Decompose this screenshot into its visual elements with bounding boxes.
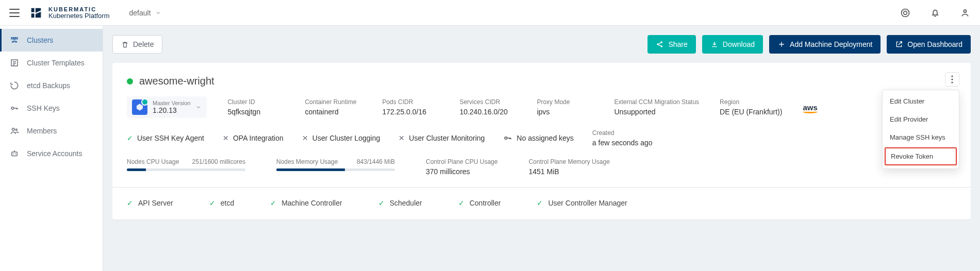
check-icon: ✓ [209, 199, 215, 207]
assigned-keys[interactable]: No assigned keys [503, 133, 574, 143]
sidebar-item-etcd-backups[interactable]: etcd Backups [0, 74, 103, 97]
svg-marker-16 [137, 104, 143, 110]
sidebar-item-label: Cluster Templates [27, 59, 85, 67]
sidebar-item-label: Service Accounts [27, 149, 82, 158]
key-icon [9, 104, 20, 113]
svg-rect-7 [12, 152, 18, 156]
cluster-id: Cluster ID5qfksqjtgn [227, 98, 284, 116]
health-api-server: ✓API Server [127, 199, 173, 207]
check-icon: ✓ [127, 199, 133, 207]
flag-logging: ✕User Cluster Logging [302, 134, 380, 142]
svg-point-2 [964, 10, 967, 12]
clusters-icon [9, 36, 20, 45]
container-runtime: Container Runtimecontainerd [305, 98, 361, 116]
menu-revoke-token[interactable]: Revoke Token [885, 147, 957, 165]
download-button[interactable]: Download [702, 35, 763, 54]
kubermatic-icon [29, 6, 43, 20]
add-machine-deployment-button[interactable]: Add Machine Deployment [769, 35, 881, 54]
notifications-icon[interactable] [929, 7, 941, 19]
project-selector[interactable]: default [129, 9, 161, 17]
templates-icon [9, 58, 20, 67]
x-icon: ✕ [302, 134, 308, 142]
nodes-cpu-usage: Nodes CPU Usage251/1600 millicores [127, 158, 245, 176]
sidebar-item-templates[interactable]: Cluster Templates [0, 52, 103, 74]
menu-manage-ssh-keys[interactable]: Manage SSH keys [883, 128, 959, 146]
cluster-context-menu: Edit Cluster Edit Provider Manage SSH ke… [882, 90, 959, 169]
x-icon: ✕ [223, 134, 229, 142]
account-icon[interactable] [959, 7, 971, 19]
svg-point-9 [15, 154, 16, 155]
sidebar-item-label: Members [27, 127, 57, 135]
key-icon [503, 133, 512, 143]
action-toolbar: Delete Share Download Add Machine Deploy… [112, 35, 971, 54]
health-controller: ✓Controller [458, 199, 501, 207]
check-icon: ✓ [537, 199, 543, 207]
plus-icon [777, 40, 786, 48]
brand-name: KUBERMATIC [48, 7, 110, 12]
external-link-icon [895, 40, 903, 48]
sidebar-item-ssh-keys[interactable]: SSH Keys [0, 97, 103, 120]
svg-point-5 [12, 128, 15, 131]
region: RegionDE (EU (Frankfurt)) [720, 98, 782, 116]
control-plane-memory: Control Plane Memory Usage1451 MiB [528, 158, 609, 176]
svg-point-1 [904, 11, 907, 14]
menu-edit-provider[interactable]: Edit Provider [883, 110, 959, 128]
flag-ssh-agent: ✓User SSH Key Agent [127, 134, 204, 142]
kebab-icon [951, 75, 953, 83]
kubernetes-icon [132, 99, 147, 115]
health-row: ✓API Server ✓etcd ✓Machine Controller ✓S… [127, 199, 956, 207]
main-content: Delete Share Download Add Machine Deploy… [103, 26, 980, 271]
sidebar-item-label: Clusters [27, 36, 53, 44]
download-icon [710, 40, 719, 48]
created-at: Createda few seconds ago [592, 129, 653, 147]
project-name: default [129, 9, 151, 17]
sidebar-item-clusters[interactable]: Clusters [0, 29, 103, 52]
sidebar-item-service-accounts[interactable]: Service Accounts [0, 142, 103, 165]
delete-button[interactable]: Delete [112, 35, 162, 54]
check-icon: ✓ [378, 199, 385, 207]
share-icon [656, 40, 664, 48]
provider-logo: aws [803, 103, 817, 112]
app-header: KUBERMATIC Kubernetes Platform default [0, 0, 980, 26]
nodes-memory-usage: Nodes Memory Usage843/1446 MiB [276, 158, 395, 176]
proxy-mode: Proxy Modeipvs [537, 98, 593, 116]
flag-monitoring: ✕User Cluster Monitoring [398, 134, 485, 142]
ccm-status: External CCM Migration StatusUnsupported [614, 98, 699, 116]
svg-point-14 [951, 78, 953, 80]
control-plane-cpu: Control Plane CPU Usage370 millicores [426, 158, 497, 176]
master-version-selector[interactable]: Master Version 1.20.13 [127, 96, 207, 118]
check-icon: ✓ [127, 134, 133, 142]
share-button[interactable]: Share [647, 35, 695, 54]
trash-icon [121, 41, 129, 48]
health-etcd: ✓etcd [209, 199, 234, 207]
menu-toggle-icon[interactable] [9, 9, 20, 17]
cluster-name: awesome-wright [139, 75, 214, 87]
svg-point-13 [951, 75, 953, 77]
help-icon[interactable] [900, 7, 911, 19]
flag-opa: ✕OPA Integration [223, 134, 284, 142]
brand-subtitle: Kubernetes Platform [48, 12, 110, 19]
svg-point-15 [951, 81, 953, 83]
health-user-controller-manager: ✓User Controller Manager [537, 199, 627, 207]
health-scheduler: ✓Scheduler [378, 199, 422, 207]
chevron-down-icon [155, 10, 161, 16]
svg-point-4 [11, 107, 14, 110]
pods-cidr: Pods CIDR172.25.0.0/16 [382, 98, 439, 116]
menu-edit-cluster[interactable]: Edit Cluster [883, 92, 959, 110]
cluster-menu-button[interactable] [945, 72, 959, 87]
x-icon: ✕ [398, 134, 405, 142]
services-cidr: Services CIDR10.240.16.0/20 [459, 98, 516, 116]
open-dashboard-button[interactable]: Open Dashboard [887, 35, 971, 54]
sidebar: Clusters Cluster Templates etcd Backups … [0, 26, 103, 271]
status-dot [127, 78, 133, 84]
svg-point-17 [505, 137, 507, 140]
svg-point-0 [902, 9, 909, 16]
health-machine-controller: ✓Machine Controller [270, 199, 342, 207]
brand-logo[interactable]: KUBERMATIC Kubernetes Platform [29, 6, 110, 20]
sidebar-item-label: SSH Keys [27, 104, 60, 112]
cluster-card: Edit Cluster Edit Provider Manage SSH ke… [112, 63, 971, 219]
svg-point-6 [15, 129, 17, 130]
robot-icon [9, 149, 20, 158]
members-icon [9, 126, 20, 136]
sidebar-item-members[interactable]: Members [0, 120, 103, 142]
